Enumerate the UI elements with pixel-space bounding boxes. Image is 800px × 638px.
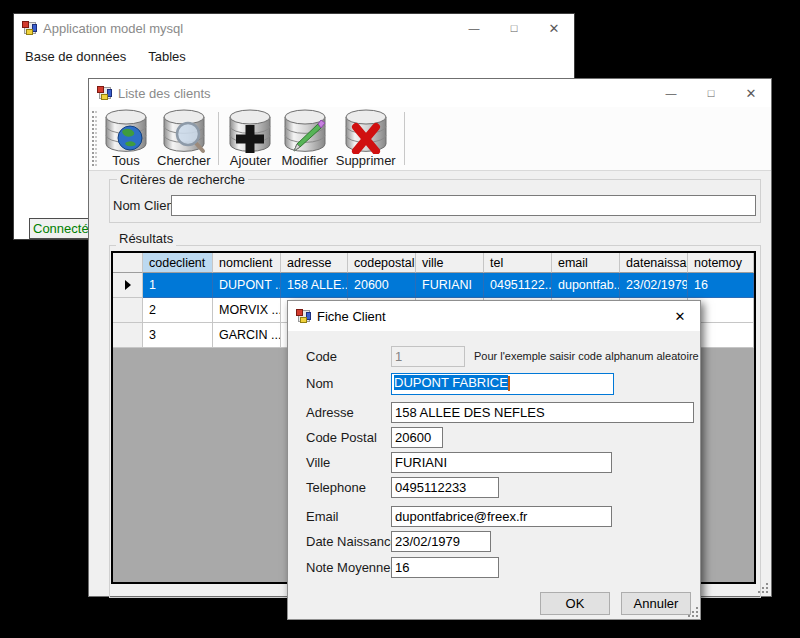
grid-header-row: codeclient nomclient adresse codepostal … xyxy=(113,253,754,273)
adresse-label: Adresse xyxy=(306,405,354,420)
date-naissance-label: Date Naissance xyxy=(306,534,398,549)
code-field xyxy=(391,346,465,367)
email-label: Email xyxy=(306,509,339,524)
app-window-icon xyxy=(22,21,37,35)
note-moyenne-field[interactable] xyxy=(391,557,499,578)
column-header-ville[interactable]: ville xyxy=(416,253,484,273)
maximize-icon[interactable]: □ xyxy=(494,14,534,42)
column-header-datenaissance[interactable]: datenaissance xyxy=(620,253,688,273)
close-icon[interactable]: ✕ xyxy=(731,79,771,107)
dialog-icon xyxy=(296,309,311,323)
ajouter-label: Ajouter xyxy=(230,153,271,168)
cell-notemoy[interactable]: 16 xyxy=(688,273,754,298)
database-edit-icon xyxy=(282,108,328,154)
ajouter-button[interactable]: Ajouter xyxy=(223,107,277,170)
toolbar: Tous Chercher Ajouter xyxy=(89,107,771,171)
database-add-icon xyxy=(227,108,273,154)
close-icon[interactable]: ✕ xyxy=(534,14,574,42)
cell-adresse[interactable]: 158 ALLE... xyxy=(281,273,348,298)
cell-codepostal[interactable]: 20600 xyxy=(348,273,416,298)
cell-email[interactable]: dupontfab... xyxy=(552,273,620,298)
adresse-field[interactable] xyxy=(391,402,694,423)
toolbar-separator xyxy=(218,112,219,165)
telephone-label: Telephone xyxy=(306,480,366,495)
column-header-notemoy[interactable]: notemoy xyxy=(688,253,754,273)
menu-tables[interactable]: Tables xyxy=(137,45,197,68)
date-naissance-field[interactable] xyxy=(391,531,491,552)
cell-codeclient[interactable]: 3 xyxy=(143,323,213,348)
code-postal-field[interactable] xyxy=(391,427,443,448)
dialog-titlebar[interactable]: Fiche Client ✕ xyxy=(288,301,700,331)
code-label: Code xyxy=(306,349,337,364)
email-field[interactable] xyxy=(391,506,612,527)
ok-button[interactable]: OK xyxy=(540,592,610,615)
tous-label: Tous xyxy=(112,153,139,168)
note-moyenne-label: Note Moyenne xyxy=(306,560,391,575)
cell-datenaissance[interactable]: 23/02/1979 xyxy=(620,273,688,298)
row-selector-cell[interactable] xyxy=(113,298,143,323)
maximize-icon[interactable]: □ xyxy=(691,79,731,107)
column-header-codeclient[interactable]: codeclient xyxy=(143,253,213,273)
app-window-title: Application model mysql xyxy=(43,21,183,36)
cancel-button[interactable]: Annuler xyxy=(621,592,691,615)
list-window-title: Liste des clients xyxy=(118,86,211,101)
modifier-button[interactable]: Modifier xyxy=(277,107,331,170)
database-search-icon xyxy=(161,108,207,154)
cell-ville[interactable]: FURIANI xyxy=(416,273,484,298)
column-header-nomclient[interactable]: nomclient xyxy=(213,253,281,273)
search-group-title: Critères de recherche xyxy=(117,172,248,187)
column-header-adresse[interactable]: adresse xyxy=(281,253,348,273)
database-globe-icon xyxy=(103,108,149,154)
row-selector-cell[interactable] xyxy=(113,323,143,348)
database-delete-icon xyxy=(343,108,389,154)
grid-corner-cell[interactable] xyxy=(113,253,143,273)
cell-tel[interactable]: 04951122... xyxy=(484,273,552,298)
tous-button[interactable]: Tous xyxy=(99,107,153,170)
app-window-titlebar[interactable]: Application model mysql — □ ✕ xyxy=(14,14,574,42)
ville-label: Ville xyxy=(306,455,330,470)
cell-nomclient[interactable]: DUPONT ... xyxy=(213,273,281,298)
current-row-arrow-icon xyxy=(125,280,131,290)
desktop: { "colors": { "selection_blue": "#0078d7… xyxy=(0,0,800,638)
list-window-icon xyxy=(97,86,112,100)
supprimer-button[interactable]: Supprimer xyxy=(332,107,400,170)
row-selector-cell[interactable] xyxy=(113,273,143,298)
column-header-codepostal[interactable]: codepostal xyxy=(348,253,416,273)
column-header-email[interactable]: email xyxy=(552,253,620,273)
modifier-label: Modifier xyxy=(281,153,327,168)
ville-field[interactable] xyxy=(391,452,612,473)
minimize-icon[interactable]: — xyxy=(651,79,691,107)
column-header-tel[interactable]: tel xyxy=(484,253,552,273)
dialog-title: Fiche Client xyxy=(317,309,386,324)
table-row[interactable]: 1 DUPONT ... 158 ALLE... 20600 FURIANI 0… xyxy=(113,273,754,298)
nom-client-input[interactable] xyxy=(171,195,756,216)
chercher-label: Chercher xyxy=(157,153,210,168)
telephone-field[interactable] xyxy=(391,477,499,498)
chercher-button[interactable]: Chercher xyxy=(153,107,214,170)
resize-grip[interactable] xyxy=(756,581,768,593)
toolbar-separator xyxy=(404,112,405,165)
results-group-title: Résultats xyxy=(116,231,176,246)
nom-selected-text: DUPONT FABRICE xyxy=(394,375,508,390)
dialog-fiche-client: Fiche Client ✕ Code Pour l'exemple saisi… xyxy=(287,300,701,620)
nom-client-label: Nom Client xyxy=(113,198,177,213)
nom-field[interactable]: DUPONT FABRICE xyxy=(391,373,614,395)
close-icon[interactable]: ✕ xyxy=(660,301,700,331)
cell-nomclient[interactable]: GARCIN ... xyxy=(213,323,281,348)
menu-base-de-donnees[interactable]: Base de données xyxy=(14,45,137,68)
menubar: Base de données Tables xyxy=(14,43,574,69)
list-window-titlebar[interactable]: Liste des clients — □ ✕ xyxy=(89,79,771,107)
code-hint: Pour l'exemple saisir code alphanum alea… xyxy=(474,350,699,362)
cell-nomclient[interactable]: MORVIX ... xyxy=(213,298,281,323)
code-postal-label: Code Postal xyxy=(306,430,377,445)
text-caret xyxy=(508,376,510,391)
cell-codeclient[interactable]: 2 xyxy=(143,298,213,323)
minimize-icon[interactable]: — xyxy=(454,14,494,42)
cell-codeclient[interactable]: 1 xyxy=(143,273,213,298)
resize-grip[interactable] xyxy=(686,605,698,617)
toolbar-grip[interactable] xyxy=(92,111,97,166)
supprimer-label: Supprimer xyxy=(336,153,396,168)
nom-label: Nom xyxy=(306,376,333,391)
